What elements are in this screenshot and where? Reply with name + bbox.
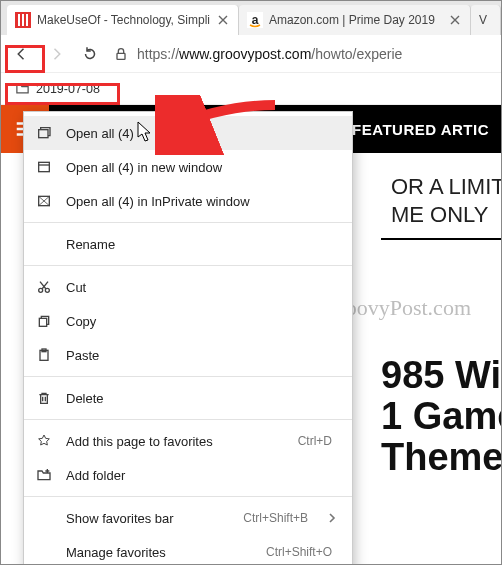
- menu-item-rename[interactable]: Rename: [24, 227, 352, 261]
- menu-separator: [24, 265, 352, 266]
- folder-plus-icon: [36, 467, 52, 483]
- tab-favicon: a: [247, 12, 263, 28]
- close-icon[interactable]: [448, 13, 462, 27]
- menu-separator: [24, 496, 352, 497]
- menu-label: Open all (4) in new window: [66, 160, 338, 175]
- menu-item-add-page[interactable]: Add this page to favorites Ctrl+D: [24, 424, 352, 458]
- svg-text:a: a: [252, 13, 259, 27]
- close-icon[interactable]: [216, 13, 230, 27]
- forward-button[interactable]: [45, 43, 67, 65]
- menu-label: Open all (4) in InPrivate window: [66, 194, 338, 209]
- bookmarks-bar: 2019-07-08: [1, 73, 501, 105]
- tabs-icon: [36, 125, 52, 141]
- svg-rect-7: [39, 130, 48, 138]
- menu-item-manage-favorites[interactable]: Manage favorites Ctrl+Shift+O: [24, 535, 352, 565]
- browser-tab[interactable]: V: [471, 5, 501, 35]
- menu-item-delete[interactable]: Delete: [24, 381, 352, 415]
- star-plus-icon: [36, 433, 52, 449]
- back-button[interactable]: [11, 43, 33, 65]
- svg-rect-8: [39, 162, 50, 171]
- menu-label: Add this page to favorites: [66, 434, 284, 449]
- menu-separator: [24, 376, 352, 377]
- tab-strip: MakeUseOf - Technology, Simpli a Amazon.…: [1, 1, 501, 35]
- menu-separator: [24, 419, 352, 420]
- menu-label: Show favorites bar: [66, 511, 229, 526]
- menu-label: Manage favorites: [66, 545, 252, 560]
- menu-label: Open all (4): [66, 126, 338, 141]
- menu-label: Copy: [66, 314, 338, 329]
- tab-favicon: [15, 12, 31, 28]
- tab-title: MakeUseOf - Technology, Simpli: [37, 13, 210, 27]
- url-text: https://www.groovypost.com/howto/experie: [137, 46, 402, 62]
- cut-icon: [36, 279, 52, 295]
- address-bar[interactable]: https://www.groovypost.com/howto/experie: [113, 46, 491, 62]
- menu-label: Paste: [66, 348, 338, 363]
- svg-rect-2: [22, 14, 24, 26]
- context-menu: Open all (4) Open all (4) in new window …: [23, 111, 353, 565]
- chevron-right-icon: [328, 513, 338, 523]
- inprivate-icon: [36, 193, 52, 209]
- svg-rect-12: [39, 318, 46, 326]
- menu-label: Delete: [66, 391, 338, 406]
- url-scheme: https://: [137, 46, 179, 62]
- svg-rect-3: [26, 14, 28, 26]
- tab-title: Amazon.com | Prime Day 2019: [269, 13, 442, 27]
- menu-item-copy[interactable]: Copy: [24, 304, 352, 338]
- browser-tab[interactable]: MakeUseOf - Technology, Simpli: [7, 5, 239, 35]
- menu-label: Cut: [66, 280, 338, 295]
- refresh-button[interactable]: [79, 43, 101, 65]
- blank-icon: [36, 236, 52, 252]
- menu-shortcut: Ctrl+Shift+B: [243, 511, 308, 525]
- menu-separator: [24, 222, 352, 223]
- browser-tab[interactable]: a Amazon.com | Prime Day 2019: [239, 5, 471, 35]
- menu-item-show-favorites-bar[interactable]: Show favorites bar Ctrl+Shift+B: [24, 501, 352, 535]
- bookmark-folder[interactable]: 2019-07-08: [9, 79, 106, 98]
- svg-rect-1: [18, 14, 20, 26]
- blank-icon: [36, 544, 52, 560]
- menu-item-open-all-inprivate[interactable]: Open all (4) in InPrivate window: [24, 184, 352, 218]
- menu-item-open-all[interactable]: Open all (4): [24, 116, 352, 150]
- menu-item-paste[interactable]: Paste: [24, 338, 352, 372]
- url-host: www.groovypost.com: [179, 46, 311, 62]
- menu-item-add-folder[interactable]: Add folder: [24, 458, 352, 492]
- menu-label: Add folder: [66, 468, 338, 483]
- menu-item-cut[interactable]: Cut: [24, 270, 352, 304]
- menu-item-open-all-new-window[interactable]: Open all (4) in new window: [24, 150, 352, 184]
- folder-icon: [15, 81, 30, 96]
- menu-shortcut: Ctrl+D: [298, 434, 332, 448]
- delete-icon: [36, 390, 52, 406]
- featured-label: FEATURED ARTIC: [340, 105, 501, 153]
- tab-title: V: [479, 13, 492, 27]
- lock-icon: [113, 46, 129, 62]
- bookmark-folder-label: 2019-07-08: [36, 82, 100, 96]
- window-icon: [36, 159, 52, 175]
- menu-shortcut: Ctrl+Shift+O: [266, 545, 332, 559]
- divider: [381, 238, 501, 240]
- blank-icon: [36, 510, 52, 526]
- browser-toolbar: https://www.groovypost.com/howto/experie: [1, 35, 501, 73]
- menu-label: Rename: [66, 237, 338, 252]
- headline: 985 Wi 1 Game Theme: [381, 355, 501, 478]
- copy-icon: [36, 313, 52, 329]
- paste-icon: [36, 347, 52, 363]
- svg-rect-6: [117, 53, 125, 59]
- url-path: /howto/experie: [311, 46, 402, 62]
